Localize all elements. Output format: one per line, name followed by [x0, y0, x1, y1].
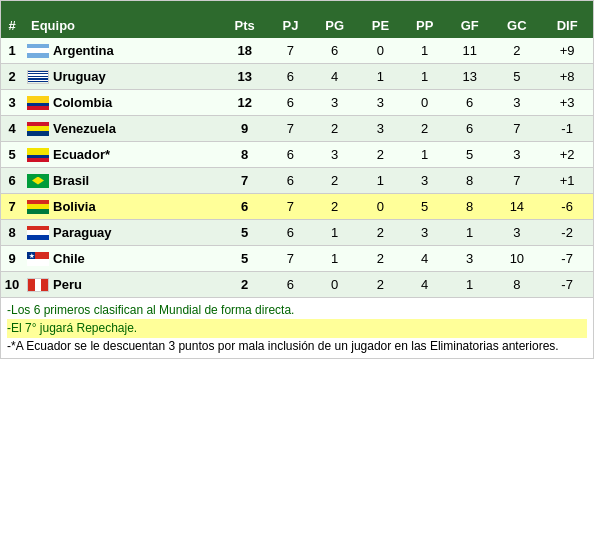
cell-equipo: Venezuela — [23, 116, 220, 142]
cell-dif: -1 — [541, 116, 593, 142]
cell-pp: 1 — [403, 38, 447, 64]
cell-pts: 7 — [220, 168, 270, 194]
table-row: 7 Bolivia67205814-6 — [1, 194, 593, 220]
cell-equipo: Ecuador* — [23, 142, 220, 168]
cell-gc: 10 — [493, 246, 542, 272]
cell-pj: 6 — [270, 272, 311, 298]
cell-pe: 3 — [358, 116, 402, 142]
cell-pe: 2 — [358, 142, 402, 168]
cell-dif: +9 — [541, 38, 593, 64]
cell-pp: 5 — [403, 194, 447, 220]
col-rank: # — [1, 13, 23, 38]
cell-dif: +3 — [541, 90, 593, 116]
cell-pg: 6 — [311, 38, 358, 64]
note: -Los 6 primeros clasifican al Mundial de… — [7, 302, 587, 319]
cell-gf: 8 — [447, 168, 493, 194]
cell-pts: 8 — [220, 142, 270, 168]
cell-gc: 7 — [493, 168, 542, 194]
cell-equipo: Paraguay — [23, 220, 220, 246]
cell-pg: 3 — [311, 90, 358, 116]
cell-gc: 8 — [493, 272, 542, 298]
table-row: 6Brasil7621387+1 — [1, 168, 593, 194]
cell-equipo: Argentina — [23, 38, 220, 64]
flag-bo — [27, 200, 49, 214]
cell-pp: 1 — [403, 142, 447, 168]
cell-equipo: Peru — [23, 272, 220, 298]
col-equipo: Equipo — [23, 13, 220, 38]
cell-pe: 2 — [358, 272, 402, 298]
cell-pj: 6 — [270, 142, 311, 168]
table-row: 3 Colombia12633063+3 — [1, 90, 593, 116]
cell-dif: +8 — [541, 64, 593, 90]
cell-gc: 3 — [493, 90, 542, 116]
cell-pts: 5 — [220, 246, 270, 272]
cell-pp: 2 — [403, 116, 447, 142]
team-name: Peru — [53, 277, 82, 292]
cell-pe: 1 — [358, 64, 402, 90]
cell-pts: 13 — [220, 64, 270, 90]
cell-pe: 0 — [358, 194, 402, 220]
team-name: Brasil — [53, 173, 89, 188]
cell-equipo: ★ Chile — [23, 246, 220, 272]
col-pts: Pts — [220, 13, 270, 38]
table-row: 8 Paraguay5612313-2 — [1, 220, 593, 246]
flag-ar — [27, 44, 49, 58]
cell-pts: 5 — [220, 220, 270, 246]
cell-pe: 2 — [358, 246, 402, 272]
cell-dif: -7 — [541, 246, 593, 272]
cell-pe: 3 — [358, 90, 402, 116]
note: -El 7° jugará Repechaje. — [7, 319, 587, 338]
team-name: Argentina — [53, 43, 114, 58]
cell-pg: 2 — [311, 116, 358, 142]
cell-pts: 6 — [220, 194, 270, 220]
cell-gc: 3 — [493, 220, 542, 246]
table-row: 9 ★ Chile57124310-7 — [1, 246, 593, 272]
flag-co — [27, 96, 49, 110]
flag-br — [27, 174, 49, 188]
cell-pp: 4 — [403, 272, 447, 298]
flag-pe — [27, 278, 49, 292]
cell-gf: 6 — [447, 116, 493, 142]
cell-pg: 0 — [311, 272, 358, 298]
cell-equipo: Bolivia — [23, 194, 220, 220]
table-row: 10 Peru2602418-7 — [1, 272, 593, 298]
cell-pp: 4 — [403, 246, 447, 272]
cell-pj: 6 — [270, 220, 311, 246]
cell-pts: 9 — [220, 116, 270, 142]
cell-rank: 9 — [1, 246, 23, 272]
cell-rank: 2 — [1, 64, 23, 90]
cell-pp: 3 — [403, 220, 447, 246]
cell-pg: 2 — [311, 194, 358, 220]
col-pg: PG — [311, 13, 358, 38]
col-pp: PP — [403, 13, 447, 38]
cell-pg: 1 — [311, 220, 358, 246]
cell-gf: 11 — [447, 38, 493, 64]
cell-gf: 6 — [447, 90, 493, 116]
col-gf: GF — [447, 13, 493, 38]
cell-pg: 1 — [311, 246, 358, 272]
cell-rank: 5 — [1, 142, 23, 168]
cell-pj: 7 — [270, 194, 311, 220]
cell-gf: 1 — [447, 272, 493, 298]
cell-pe: 0 — [358, 38, 402, 64]
table-body: 1 Argentina187601112+92Uruguay136411135+… — [1, 38, 593, 298]
cell-pts: 18 — [220, 38, 270, 64]
cell-pj: 7 — [270, 246, 311, 272]
cell-pj: 7 — [270, 116, 311, 142]
col-pj: PJ — [270, 13, 311, 38]
cell-rank: 10 — [1, 272, 23, 298]
flag-cl: ★ — [27, 252, 49, 266]
team-name: Paraguay — [53, 225, 112, 240]
cell-equipo: Uruguay — [23, 64, 220, 90]
table-row: 4 Venezuela9723267-1 — [1, 116, 593, 142]
cell-equipo: Brasil — [23, 168, 220, 194]
cell-gc: 2 — [493, 38, 542, 64]
table-row: 2Uruguay136411135+8 — [1, 64, 593, 90]
cell-rank: 3 — [1, 90, 23, 116]
cell-gf: 13 — [447, 64, 493, 90]
col-pe: PE — [358, 13, 402, 38]
cell-pj: 7 — [270, 38, 311, 64]
cell-gf: 3 — [447, 246, 493, 272]
cell-pe: 2 — [358, 220, 402, 246]
cell-pg: 2 — [311, 168, 358, 194]
